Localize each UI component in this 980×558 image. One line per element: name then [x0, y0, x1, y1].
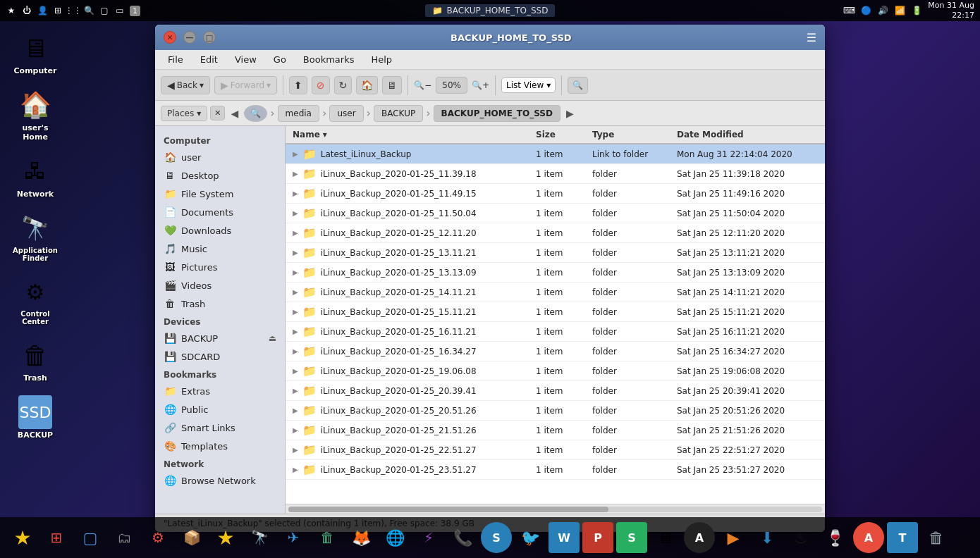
dock-icon-screenrecorder[interactable]: 🖥 [650, 522, 681, 553]
forward-button[interactable]: ▶ Forward ▾ [214, 76, 277, 94]
expand-icon[interactable]: ▶ [293, 249, 298, 256]
expand-icon[interactable]: ▶ [293, 446, 298, 454]
desktop-icon-trash[interactable]: 🗑 Trash [7, 335, 63, 385]
expand-icon[interactable]: ▶ [293, 190, 298, 197]
places-button[interactable]: Places ▾ [161, 106, 207, 121]
sidebar-item-extras[interactable]: 📁 Extras [155, 382, 285, 400]
expand-icon[interactable]: ▶ [293, 308, 298, 316]
search-taskbar-icon[interactable]: 🔍 [83, 5, 94, 16]
computer-button[interactable]: 🖥 [382, 76, 402, 94]
expand-icon[interactable]: ▶ [293, 347, 298, 355]
close-places-button[interactable]: ✕ [210, 106, 225, 120]
expand-icon[interactable]: ▶ [293, 426, 298, 434]
expand-icon[interactable]: ▶ [293, 328, 298, 335]
table-row[interactable]: ▶ 📁 iLinux_Backup_2020-01-25_19.06.08 1 … [286, 361, 825, 381]
header-date[interactable]: Date Modified [677, 130, 818, 140]
home-button[interactable]: 🏠 [356, 76, 378, 94]
horizontal-scrollbar[interactable] [286, 504, 825, 514]
desktop-icon-users-home[interactable]: 🏠 user's Home [7, 85, 63, 144]
menu-bookmarks[interactable]: Bookmarks [296, 52, 362, 67]
dock-icon-chrome[interactable]: 🌐 [379, 522, 410, 553]
hscroll-thumb[interactable] [288, 507, 608, 512]
window2-icon[interactable]: ▭ [114, 5, 125, 16]
expand-icon[interactable]: ▶ [293, 387, 298, 395]
back-button[interactable]: ◀ Back ▾ [161, 76, 210, 94]
dock-icon-files[interactable]: ▢ [75, 522, 106, 553]
addr-crumb-filter[interactable]: 🔍 [244, 105, 267, 122]
table-row[interactable]: ▶ 📁 iLinux_Backup_2020-01-25_14.11.21 1 … [286, 283, 825, 302]
sidebar-item-browse-network[interactable]: 🌐 Browse Network [155, 471, 285, 490]
table-row[interactable]: ▶ 📁 iLinux_Backup_2020-01-25_13.13.09 1 … [286, 263, 825, 283]
table-row[interactable]: ▶ 📁 iLinux_Backup_2020-01-25_23.51.27 1 … [286, 460, 825, 480]
star-icon[interactable]: ★ [6, 5, 17, 16]
sidebar-item-smart-links[interactable]: 🔗 Smart Links [155, 418, 285, 437]
dock-icon-logisim[interactable]: ⚡ [413, 522, 444, 553]
header-type[interactable]: Type [592, 130, 677, 140]
dock-icon-skype[interactable]: S [481, 522, 512, 553]
dock-icon-binoculars[interactable]: 🔭 [244, 522, 275, 553]
grid-icon[interactable]: ⊞ [52, 5, 63, 16]
reload-button[interactable]: ↻ [334, 76, 353, 94]
dock-icon-fm[interactable]: 🗂 [109, 522, 140, 553]
dock-icon-wine[interactable]: 🍷 [819, 522, 850, 553]
sidebar-item-music[interactable]: 🎵 Music [155, 240, 285, 258]
upload-button[interactable]: ⬆ [289, 76, 307, 94]
table-row[interactable]: ▶ 📁 iLinux_Backup_2020-01-25_11.50.04 1 … [286, 204, 825, 223]
dock-icon-grid[interactable]: ⊞ [41, 522, 72, 553]
dock-icon-ppt[interactable]: P [582, 522, 613, 553]
desktop-icon-backup[interactable]: SSD BACKUP [7, 392, 63, 442]
dock-icon-viber[interactable]: 📞 [447, 522, 478, 553]
expand-icon[interactable]: ▶ [293, 407, 298, 414]
dock-icon-teamviewer[interactable]: T [887, 522, 918, 553]
header-name[interactable]: Name ▾ [293, 130, 536, 140]
expand-icon[interactable]: ▶ [293, 268, 298, 276]
table-row[interactable]: ▶ 📁 iLinux_Backup_2020-01-25_13.11.21 1 … [286, 243, 825, 263]
expand-icon[interactable]: ▶ [293, 209, 298, 217]
dock-icon-trash-can[interactable]: 🗑 [312, 522, 343, 553]
dock-icon-fav2[interactable]: ★ [210, 522, 241, 553]
back-dropdown-icon[interactable]: ▾ [200, 80, 204, 90]
dock-icon-software[interactable]: 📦 [176, 522, 207, 553]
sidebar-item-filesystem[interactable]: 📁 File System [155, 185, 285, 203]
volume-icon[interactable]: 🔊 [877, 5, 888, 16]
sidebar-item-pictures[interactable]: 🖼 Pictures [155, 258, 285, 276]
sidebar-item-backup-device[interactable]: 💾 BACKUP ⏏ [155, 329, 285, 347]
expand-icon[interactable]: ▶ [293, 150, 298, 158]
sidebar-item-trash[interactable]: 🗑 Trash [155, 294, 285, 313]
addr-next-button[interactable]: ▶ [563, 106, 577, 120]
user-icon[interactable]: 👤 [37, 5, 48, 16]
table-row[interactable]: ▶ 📁 iLinux_Backup_2020-01-25_20.39.41 1 … [286, 381, 825, 401]
dock-icon-amazon[interactable]: A [684, 522, 715, 553]
menu-help[interactable]: Help [364, 52, 399, 67]
sidebar-item-templates[interactable]: 🎨 Templates [155, 437, 285, 455]
zoom-in-button[interactable]: 🔍+ [472, 80, 489, 90]
window-icon[interactable]: ▢ [99, 5, 110, 16]
sidebar-item-documents[interactable]: 📄 Documents [155, 203, 285, 221]
menu-view[interactable]: View [228, 52, 264, 67]
hamburger-menu-button[interactable]: ☰ [807, 31, 816, 44]
table-row[interactable]: ▶ 📁 iLinux_Backup_2020-01-25_11.49.15 1 … [286, 184, 825, 204]
minimize-button[interactable]: — [183, 31, 196, 44]
workspace-badge[interactable]: 1 [130, 6, 140, 16]
table-row[interactable]: ▶ 📁 iLinux_Backup_2020-01-25_21.51.26 1 … [286, 421, 825, 440]
addr-crumb-backup-home[interactable]: BACKUP_HOME_TO_SSD [434, 105, 561, 122]
table-row[interactable]: ▶ 📁 iLinux_Backup_2020-01-25_16.11.21 1 … [286, 322, 825, 342]
zoom-out-button[interactable]: 🔍− [414, 80, 431, 90]
dock-icon-vlc[interactable]: ▶ [718, 522, 749, 553]
addr-crumb-user[interactable]: user [329, 105, 363, 122]
desktop-icon-app-finder[interactable]: 🔭 ApplicationFinder [7, 209, 63, 265]
table-row[interactable]: ▶ 📁 iLinux_Backup_2020-01-25_15.11.21 1 … [286, 302, 825, 322]
addr-prev-button[interactable]: ◀ [228, 106, 241, 120]
active-window-title[interactable]: 📁 BACKUP_HOME_TO_SSD [425, 4, 556, 17]
expand-icon[interactable]: ▶ [293, 229, 298, 237]
dock-icon-qbittorrent[interactable]: ⬇ [752, 522, 783, 553]
keyboard-icon[interactable]: ⌨ [843, 5, 855, 16]
expand-icon[interactable]: ▶ [293, 170, 298, 178]
expand-icon[interactable]: ▶ [293, 367, 298, 375]
sidebar-item-user[interactable]: 🏠 user [155, 148, 285, 166]
header-size[interactable]: Size [536, 130, 592, 140]
stop-button[interactable]: ⊘ [312, 76, 330, 94]
addr-crumb-backup[interactable]: BACKUP [374, 105, 423, 122]
sidebar-item-videos[interactable]: 🎬 Videos [155, 276, 285, 294]
dock-icon-anydesk[interactable]: A [853, 522, 884, 553]
